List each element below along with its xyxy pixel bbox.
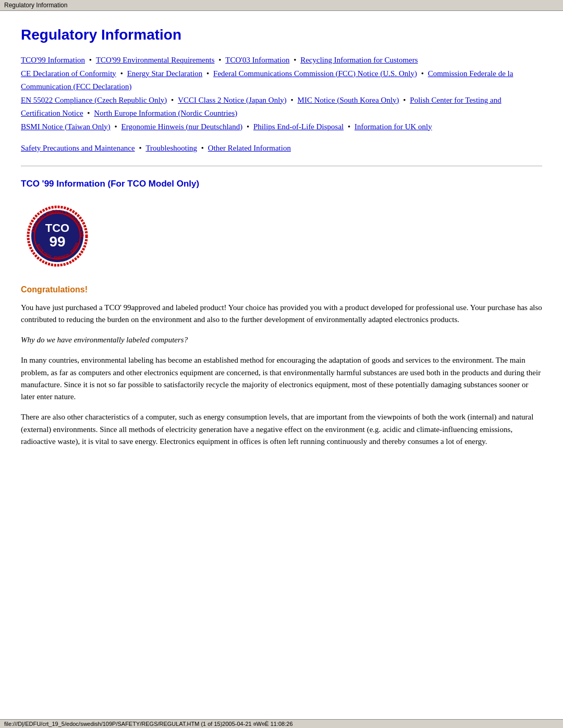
separator: •: [85, 109, 92, 117]
status-bar: file:///D|/EDFU/crt_19_5/edoc/swedish/10…: [0, 719, 563, 728]
separator: •: [113, 122, 119, 131]
separator: •: [217, 56, 224, 64]
separator: •: [169, 96, 176, 104]
nav-links: TCO'99 Information • TCO'99 Environmenta…: [21, 54, 542, 133]
separator: •: [199, 144, 206, 152]
nav-link-other[interactable]: Other Related Information: [208, 144, 291, 152]
nav-link-tco03[interactable]: TCO'03 Information: [225, 56, 289, 64]
tab-bar: Regulatory Information: [0, 0, 563, 11]
svg-text:TCO: TCO: [45, 221, 69, 235]
status-text: file:///D|/EDFU/crt_19_5/edoc/swedish/10…: [4, 721, 293, 727]
paragraph-3: In many countries, environmental labelin…: [21, 354, 542, 403]
separator: •: [204, 69, 211, 78]
nav-link-ergonomie[interactable]: Ergonomie Hinweis (nur Deutschland): [121, 122, 243, 131]
page-title: Regulatory Information: [21, 27, 542, 43]
nav-link-mic[interactable]: MIC Notice (South Korea Only): [298, 96, 399, 104]
nav-link-fcc[interactable]: Federal Communications Commission (FCC) …: [213, 69, 417, 78]
tab-label: Regulatory Information: [4, 2, 67, 9]
nav-link-uk[interactable]: Information for UK only: [354, 122, 432, 131]
nav-link-en55022[interactable]: EN 55022 Compliance (Czech Republic Only…: [21, 96, 167, 104]
separator: •: [137, 144, 144, 152]
tco-logo: ECOLOGY ENERGY EMISSIONS ERGONOMICS TCO …: [26, 205, 89, 267]
nav-link-ce[interactable]: CE Declaration of Conformity: [21, 69, 116, 78]
content-area: Regulatory Information TCO'99 Informatio…: [0, 11, 563, 487]
congratulations-heading: Congratulations!: [21, 285, 542, 294]
separator: •: [291, 56, 298, 64]
svg-text:99: 99: [49, 233, 65, 250]
nav-link-bsmi[interactable]: BSMI Notice (Taiwan Only): [21, 122, 111, 131]
nav-link-north-europe[interactable]: North Europe Information (Nordic Countri…: [94, 109, 237, 117]
paragraph-4: There are also other characteristics of …: [21, 411, 542, 448]
secondary-nav: Safety Precautions and Maintenance • Tro…: [21, 142, 542, 155]
nav-link-safety[interactable]: Safety Precautions and Maintenance: [21, 144, 135, 152]
nav-link-recycling[interactable]: Recycling Information for Customers: [300, 56, 418, 64]
separator: •: [118, 69, 125, 78]
nav-link-vcci[interactable]: VCCI Class 2 Notice (Japan Only): [178, 96, 287, 104]
separator: •: [401, 96, 408, 104]
nav-link-philips[interactable]: Philips End-of-Life Disposal: [253, 122, 344, 131]
nav-link-tco99env[interactable]: TCO'99 Environmental Requirements: [96, 56, 215, 64]
horizontal-divider: [21, 166, 542, 166]
separator: •: [419, 69, 426, 78]
paragraph-italic: Why do we have environmentally labeled c…: [21, 334, 542, 346]
separator: •: [289, 96, 296, 104]
nav-link-energystar[interactable]: Energy Star Declaration: [127, 69, 203, 78]
separator: •: [87, 56, 94, 64]
separator: •: [346, 122, 352, 131]
nav-link-tco99[interactable]: TCO'99 Information: [21, 56, 85, 64]
nav-link-troubleshooting[interactable]: Troubleshooting: [145, 144, 197, 152]
paragraph-1: You have just purchased a TCO' 99approve…: [21, 302, 542, 326]
separator: •: [244, 122, 251, 131]
section-title: TCO '99 Information (For TCO Model Only): [21, 179, 542, 189]
